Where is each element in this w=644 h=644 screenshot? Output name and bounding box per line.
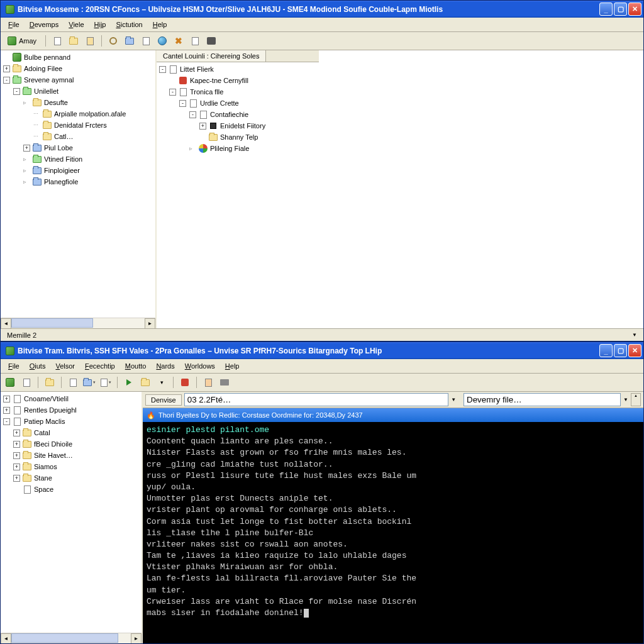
tree-item[interactable]: Space (2, 484, 140, 495)
breadcrumb-button[interactable]: Denvise (145, 394, 182, 406)
left-tree[interactable]: Bulbe pennand+Adoing Filee-Srevene aymna… (1, 50, 155, 318)
tree-item[interactable]: -Unilellet (2, 86, 154, 97)
toolbar-btn-4[interactable] (106, 34, 120, 48)
menu-file[interactable]: File (3, 360, 25, 372)
tree-item[interactable]: +Piul Lobe (2, 142, 154, 153)
path-dropdown-icon[interactable]: ▼ (451, 397, 456, 402)
toolbar-btn-1[interactable] (50, 34, 64, 48)
menu-viele[interactable]: Viele (64, 19, 89, 30)
terminal-output[interactable]: esinier plestd pilant.omeCoontent quach … (143, 422, 643, 643)
toolbar-btn-10[interactable] (204, 34, 218, 48)
toolbar-btn-9[interactable] (188, 34, 202, 48)
expander-icon[interactable]: - (159, 66, 166, 73)
tree-item[interactable]: ⋯Arpialle molpation.afale (2, 108, 154, 119)
tree-item[interactable]: -Srevene aymnal (2, 74, 154, 86)
expander-icon[interactable]: + (3, 65, 10, 72)
expander-icon[interactable]: - (3, 418, 10, 425)
toolbar-btn-b6[interactable]: ▾ (99, 375, 113, 389)
expander-icon[interactable]: - (3, 77, 10, 84)
expander-icon[interactable]: - (179, 100, 186, 107)
maximize-button[interactable]: ▢ (614, 3, 627, 16)
tree-item[interactable]: -Contafiechie (158, 109, 642, 120)
tree-item[interactable]: -Tronica flle (158, 86, 642, 97)
maximize-button[interactable]: ▢ (614, 344, 627, 357)
tree-item[interactable]: +Enidelst Fiitory (158, 120, 642, 131)
filter-dropdown-icon[interactable]: ▼ (623, 397, 628, 402)
menu-fecechtip[interactable]: Fecechtip (80, 360, 120, 372)
tree-item[interactable]: +Adoing Filee (2, 63, 154, 74)
toolbar-btn-b9[interactable]: ▾ (155, 375, 169, 389)
tree-item[interactable]: ▹Finploigieer (2, 165, 154, 176)
minimize-button[interactable]: _ (599, 344, 613, 357)
scroll-left-button[interactable]: ◄ (1, 633, 11, 643)
left-scrollbar[interactable]: ◄ ► (1, 318, 155, 328)
titlebar-bottom[interactable]: Bitvise Tram. Bitvris, SSH SFH Vales - 2… (1, 342, 643, 359)
expander-icon[interactable]: + (3, 407, 10, 414)
scroll-thumb[interactable] (11, 633, 118, 643)
tree-item[interactable]: -Urdlie Crette (158, 97, 642, 109)
expander-icon[interactable]: + (3, 396, 10, 402)
scroll-thumb[interactable] (11, 318, 93, 328)
expand-arrow-icon[interactable]: ▹ (23, 179, 30, 186)
tree-item[interactable]: +Catal (2, 427, 140, 438)
spinner-control[interactable]: ▲ (631, 393, 641, 406)
menu-velsor[interactable]: Velsor (50, 360, 80, 372)
tree-item[interactable]: Kapec-tne Cernyfill (158, 75, 642, 86)
expander-icon[interactable]: + (13, 464, 20, 470)
toolbar-btn-b4[interactable] (66, 375, 80, 389)
expander-icon[interactable]: + (199, 123, 206, 130)
toolbar-btn-b7[interactable] (122, 375, 136, 389)
minimize-button[interactable]: _ (599, 3, 613, 16)
filter-input[interactable] (464, 393, 621, 406)
tree-item[interactable]: Shanny Telp (158, 131, 642, 143)
expander-icon[interactable]: - (13, 88, 20, 95)
toolbar-btn-7[interactable] (155, 34, 169, 48)
expand-arrow-icon[interactable]: ▹ (23, 99, 30, 106)
expander-icon[interactable]: + (13, 441, 20, 448)
tree-item[interactable]: -Patiep Maclis (2, 416, 140, 427)
titlebar[interactable]: Bitvise Mosseme : 20RSN CFoncs – Ubilvsi… (1, 1, 643, 18)
toolbar-btn-b10[interactable] (178, 375, 192, 389)
expander-icon[interactable]: - (189, 111, 196, 118)
scroll-right-button[interactable]: ► (145, 318, 155, 328)
tree-item[interactable]: +Site Havet… (2, 450, 140, 461)
expand-arrow-icon[interactable]: ▹ (189, 145, 196, 152)
bottom-tree[interactable]: +Cnoame/Vtielil+Rentles Dpueighl-Patiep … (1, 392, 142, 633)
toolbar-btn-b11[interactable] (201, 375, 215, 389)
menu-nards[interactable]: Nards (151, 360, 179, 372)
tab-chereing-soles[interactable]: Cantel Louinli : Cihereing Soles (157, 50, 266, 62)
path-input[interactable] (184, 393, 448, 406)
status-dropdown[interactable]: Memille 2 ▼ (4, 331, 640, 339)
tree-item[interactable]: +Stane (2, 472, 140, 484)
menu-oiuts[interactable]: Oiuts (25, 360, 51, 372)
toolbar-btn-3[interactable] (83, 34, 97, 48)
tree-item[interactable]: ▹Vtined Fition (2, 153, 154, 165)
toolbar-amay-button[interactable]: Amay (3, 34, 41, 48)
tree-item[interactable]: +Siamos (2, 461, 140, 472)
bottom-scrollbar[interactable]: ◄ ► (1, 633, 142, 643)
toolbar-btn-b1[interactable] (3, 375, 17, 389)
menu-file[interactable]: File (3, 19, 25, 30)
tree-item[interactable]: -Littet Flierk (158, 64, 642, 75)
tree-item[interactable]: +Cnoame/Vtielil (2, 393, 140, 404)
expander-icon[interactable]: - (169, 89, 176, 96)
toolbar-btn-b5[interactable]: ▾ (82, 375, 96, 389)
toolbar-btn-8[interactable]: ✖ (172, 34, 186, 48)
tree-item[interactable]: Bulbe pennand (2, 52, 154, 63)
scroll-right-button[interactable]: ► (131, 633, 142, 643)
menu-sictution[interactable]: Sictution (111, 19, 147, 30)
toolbar-btn-b8[interactable] (138, 375, 152, 389)
toolbar-btn-5[interactable] (123, 34, 136, 48)
tree-item[interactable]: ▹Planegfiole (2, 176, 154, 187)
expand-arrow-icon[interactable]: ▹ (23, 167, 30, 174)
expander-icon[interactable]: + (23, 145, 30, 152)
expand-arrow-icon[interactable]: ▹ (23, 156, 30, 163)
menu-worldows[interactable]: Worldows (180, 360, 220, 372)
close-button[interactable]: ✕ (628, 3, 641, 16)
scroll-left-button[interactable]: ◄ (1, 318, 11, 328)
toolbar-btn-b2[interactable] (19, 375, 33, 389)
tree-item[interactable]: ⋯Catl… (2, 131, 154, 142)
expander-icon[interactable]: + (13, 475, 20, 482)
toolbar-btn-b12[interactable] (218, 375, 231, 389)
expander-icon[interactable]: + (13, 452, 20, 459)
